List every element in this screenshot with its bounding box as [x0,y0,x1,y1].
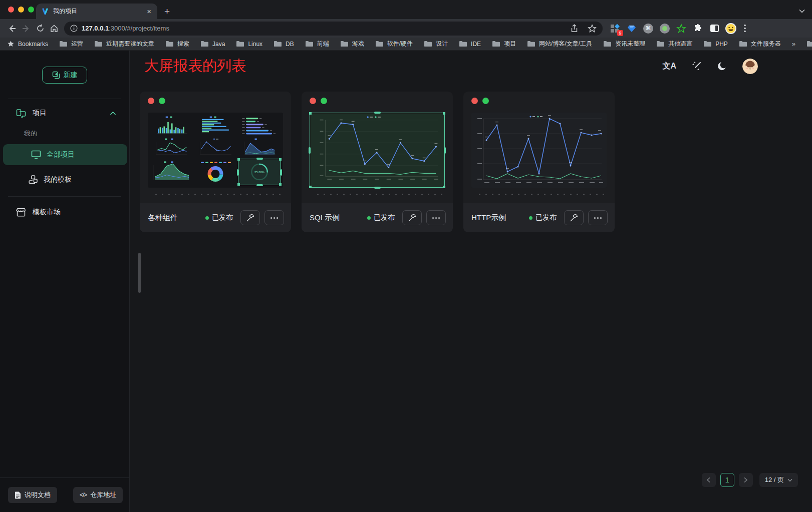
browser-toolbar: 127.0.0.1:3000/#/project/items 9 [0,19,812,38]
bookmark-folder[interactable]: 软件/硬件 [375,40,413,48]
folder-icon [375,41,384,47]
bookmark-folder[interactable]: IDE [459,41,481,48]
bookmark-folder[interactable]: 文件服务器 [739,40,781,48]
tab-close-icon[interactable]: × [146,8,152,15]
repo-button[interactable]: </> 仓库地址 [73,487,123,503]
new-tab-button[interactable]: + [164,6,170,17]
bookmark-folder[interactable]: PHP [703,41,728,48]
reload-icon[interactable] [33,22,47,36]
project-thumbnail[interactable] [310,113,445,188]
bookmark-folder[interactable]: Linux [236,41,262,48]
bookmark-label: IDE [471,41,481,48]
green-star-extension-icon[interactable] [675,22,688,35]
bookmark-star-icon[interactable] [588,24,597,33]
recorder-extension-icon[interactable] [658,22,671,35]
folder-icon [424,41,432,47]
ellipsis-icon [432,217,440,219]
mini-gauge-chart: 25.00% [238,159,281,185]
edit-project-button[interactable] [402,210,422,225]
bookmark-folder[interactable]: 前端 [305,40,329,48]
gem-extension-icon[interactable] [625,22,638,35]
chevron-left-icon [706,477,711,483]
side-panel-icon[interactable] [708,22,721,35]
more-actions-button[interactable] [588,210,608,225]
more-actions-button[interactable] [426,210,446,225]
bookmark-folder[interactable]: 近期需要读的文章 [94,40,154,48]
prev-page-button[interactable] [702,473,716,487]
magic-wand-icon[interactable] [692,61,702,71]
next-page-button[interactable] [739,473,753,487]
project-card[interactable]: 25.00% 各种组件 已发布 [140,92,291,232]
folder-icon [656,41,665,47]
sidebar-item-my-templates[interactable]: 我的模板 [0,169,129,190]
bookmark-folder[interactable]: Java [200,41,225,48]
mini-gauge-selected: 25.00% [238,159,281,185]
forward-icon[interactable] [19,22,33,36]
user-avatar[interactable] [742,59,758,74]
tab-search-chevron-icon[interactable] [799,6,805,15]
current-page-button[interactable]: 1 [720,473,734,487]
new-project-button[interactable]: 新建 [42,67,87,84]
folder-icon [806,41,812,47]
language-icon[interactable]: 文A [662,61,676,72]
extensions-strip: 9 ⌘ [609,22,747,35]
sidebar-item-all-projects[interactable]: 全部项目 [3,144,127,165]
browser-menu-icon[interactable] [744,25,746,33]
bookmark-label: 游戏 [352,40,364,48]
profile-avatar-icon[interactable] [724,22,737,35]
code-icon: </> [80,491,87,498]
project-thumbnail[interactable] [471,113,607,188]
scrollbar-thumb[interactable] [138,253,141,293]
bookmarks-manager[interactable]: Bookmarks [7,40,48,48]
bookmark-folder[interactable]: 其他语言 [656,40,692,48]
zoom-window-button[interactable] [28,7,34,13]
app-sidebar: 新建 项目 我的 全部项目 [0,51,130,512]
page-size-select[interactable]: 12 / 页 [759,473,798,487]
bookmark-folder[interactable]: DB [274,41,294,48]
sidebar-group-projects[interactable]: 项目 [0,102,129,124]
extension-badge: 9 [617,30,623,36]
folder-icon [459,41,467,47]
site-info-icon[interactable] [70,25,78,32]
project-card[interactable]: HTTP示例 已发布 [463,92,615,232]
edit-project-button[interactable] [240,210,260,225]
other-bookmarks-folder[interactable]: 其他书签 [806,40,812,48]
dark-mode-moon-icon[interactable] [717,62,727,71]
sql-line-chart [310,113,444,187]
project-title: SQL示例 [310,213,367,223]
mini-donut-chart [194,159,237,185]
bookmark-folder[interactable]: 资讯未整理 [603,40,645,48]
folder-icon [492,41,500,47]
bookmark-folder[interactable]: 设计 [424,40,448,48]
back-icon[interactable] [5,22,19,36]
storefront-icon [16,208,26,217]
sidebar-item-template-market[interactable]: 模板市场 [0,202,129,223]
close-window-button[interactable] [8,7,14,13]
bookmark-folder[interactable]: 网站/博客/文章/工具 [527,40,592,48]
bookmark-label: 资讯未整理 [615,40,645,48]
extensions-puzzle-icon[interactable] [691,22,704,35]
bookmark-folder[interactable]: 项目 [492,40,516,48]
address-bar[interactable]: 127.0.0.1:3000/#/project/items [64,22,603,36]
project-title: 各种组件 [148,213,205,223]
share-icon[interactable] [570,24,579,33]
chevron-down-icon [787,478,792,482]
command-extension-icon[interactable]: ⌘ [642,22,655,35]
edit-project-button[interactable] [564,210,584,225]
more-actions-button[interactable] [264,210,284,225]
tampermonkey-extension-icon[interactable]: 9 [609,22,622,35]
mini-area-chart-green [150,159,193,185]
minimize-window-button[interactable] [18,7,24,13]
bookmark-label: 网站/博客/文章/工具 [539,40,592,48]
bookmark-folder[interactable]: 搜索 [165,40,189,48]
home-icon[interactable] [47,22,61,36]
mini-capsule-bar-chart [238,115,281,136]
browser-tab[interactable]: 我的项目 × [36,4,157,19]
bookmarks-overflow-chevron[interactable]: » [792,40,795,48]
bookmark-folder[interactable]: 运营 [59,40,83,48]
project-thumbnail[interactable]: 25.00% [148,113,283,188]
docs-button[interactable]: 说明文档 [8,487,57,503]
bookmark-label: 设计 [436,40,448,48]
bookmark-folder[interactable]: 游戏 [340,40,364,48]
project-card[interactable]: SQL示例 已发布 [302,92,453,232]
